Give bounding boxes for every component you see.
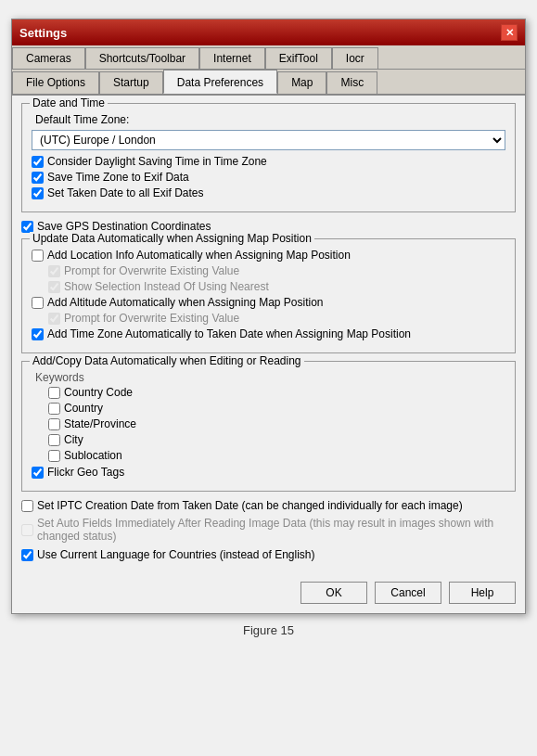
country-code-label: Country Code [64, 386, 133, 399]
ok-button[interactable]: OK [300, 582, 367, 604]
auto-fields-checkbox[interactable] [21, 524, 33, 536]
figure-caption: Figure 15 [243, 623, 294, 637]
save-timezone-label: Save Time Zone to Exif Data [47, 171, 189, 184]
altitude-prompt-checkbox[interactable] [48, 313, 60, 325]
timezone-auto-checkbox[interactable] [32, 328, 44, 340]
loc-info-label: Add Location Info Automatically when Ass… [47, 249, 351, 262]
city-checkbox[interactable] [48, 434, 60, 446]
tab-row-2: File Options Startup Data Preferences Ma… [12, 70, 525, 96]
window-title: Settings [19, 26, 67, 40]
show-selection-checkbox[interactable] [48, 281, 60, 293]
update-data-title: Update Data Automatically when Assigning… [30, 232, 314, 245]
flickr-label: Flickr Geo Tags [47, 466, 124, 479]
auto-fields-label: Set Auto Fields Immediately After Readin… [37, 517, 516, 543]
iptc-label: Set IPTC Creation Date from Taken Date (… [37, 499, 463, 512]
main-content: Date and Time Default Time Zone: (UTC) E… [12, 96, 525, 574]
altitude-checkbox[interactable] [32, 297, 44, 309]
tab-iocr[interactable]: Iocr [332, 47, 378, 69]
flickr-checkbox[interactable] [32, 467, 44, 479]
loc-info-checkbox[interactable] [32, 250, 44, 262]
state-label: State/Province [64, 417, 136, 430]
prompt-overwrite-checkbox[interactable] [48, 265, 60, 277]
country-checkbox[interactable] [48, 403, 60, 415]
tab-map[interactable]: Map [277, 71, 326, 94]
add-copy-group: Add/Copy Data Automatically when Editing… [21, 361, 516, 492]
save-timezone-checkbox[interactable] [32, 172, 44, 184]
set-taken-date-checkbox[interactable] [32, 187, 44, 199]
state-checkbox[interactable] [48, 418, 60, 430]
save-gps-label: Save GPS Destination Coordinates [37, 220, 211, 233]
tab-file-options[interactable]: File Options [12, 71, 99, 94]
date-time-title: Date and Time [30, 96, 108, 109]
settings-window: Settings ✕ Cameras Shortcuts/Toolbar Int… [11, 19, 526, 614]
sublocation-label: Sublocation [64, 449, 122, 462]
keywords-label: Keywords [35, 371, 505, 384]
title-bar: Settings ✕ [12, 19, 525, 45]
iptc-checkbox[interactable] [21, 500, 33, 512]
timezone-select[interactable]: (UTC) Europe / London [32, 130, 505, 150]
daylight-saving-checkbox[interactable] [32, 156, 44, 168]
tab-misc[interactable]: Misc [326, 71, 377, 94]
city-label: City [64, 433, 83, 446]
button-bar: OK Cancel Help [12, 574, 525, 613]
cancel-button[interactable]: Cancel [375, 582, 441, 604]
tab-startup[interactable]: Startup [99, 71, 163, 94]
save-gps-checkbox[interactable] [21, 221, 33, 233]
show-selection-label: Show Selection Instead Of Using Nearest [64, 280, 269, 293]
add-copy-title: Add/Copy Data Automatically when Editing… [30, 354, 304, 367]
daylight-saving-label: Consider Daylight Saving Time in Time Zo… [47, 155, 267, 168]
country-code-checkbox[interactable] [48, 387, 60, 399]
set-taken-date-label: Set Taken Date to all Exif Dates [47, 186, 204, 199]
language-label: Use Current Language for Countries (inst… [37, 548, 315, 561]
tab-cameras[interactable]: Cameras [12, 47, 85, 69]
country-label: Country [64, 402, 103, 415]
tab-internet[interactable]: Internet [199, 47, 265, 69]
prompt-overwrite-label: Prompt for Overwrite Existing Value [64, 264, 239, 277]
update-data-group: Update Data Automatically when Assigning… [21, 238, 516, 353]
close-button[interactable]: ✕ [501, 24, 518, 41]
language-checkbox[interactable] [21, 549, 33, 561]
altitude-label: Add Altitude Automatically when Assignin… [47, 296, 324, 309]
tab-row-1: Cameras Shortcuts/Toolbar Internet ExifT… [12, 45, 525, 70]
altitude-prompt-label: Prompt for Overwrite Existing Value [64, 312, 239, 325]
help-button[interactable]: Help [449, 582, 516, 604]
timezone-auto-label: Add Time Zone Automatically to Taken Dat… [47, 327, 411, 340]
timezone-label: Default Time Zone: [35, 113, 505, 126]
tab-shortcuts[interactable]: Shortcuts/Toolbar [85, 47, 199, 69]
tab-exiftool[interactable]: ExifTool [265, 47, 332, 69]
sublocation-checkbox[interactable] [48, 450, 60, 462]
date-time-group: Date and Time Default Time Zone: (UTC) E… [21, 103, 516, 212]
tab-data-preferences[interactable]: Data Preferences [163, 70, 277, 94]
